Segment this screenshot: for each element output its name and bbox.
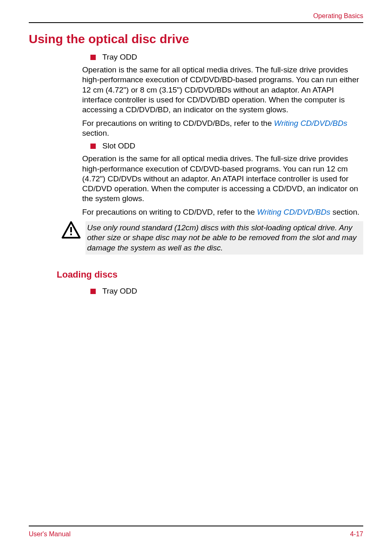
writing-cd-dvd-bds-link[interactable]: Writing CD/DVD/BDs [274,119,347,127]
bullet-text: Tray ODD [102,53,137,62]
list-item: Slot ODD [90,141,363,151]
page-footer: User's Manual 4-17 [29,526,363,538]
warning-icon [62,221,81,239]
paragraph: For precautions on writing to CD/DVD/BDs… [82,118,363,139]
bullet-text: Tray ODD [102,287,137,296]
header-title: Operating Basics [29,12,363,20]
paragraph: Operation is the same for all optical me… [82,65,363,115]
warning-text: Use only round standard (12cm) discs wit… [85,221,363,255]
svg-rect-2 [70,234,72,235]
bullet-text: Slot ODD [102,141,135,151]
section-heading: Using the optical disc drive [29,32,363,46]
list-item: Tray ODD [90,53,363,62]
list-item: Tray ODD [90,287,363,296]
bullet-icon [90,144,96,149]
text-span: For precautions on writing to CD/DVD, re… [82,208,257,216]
paragraph: Operation is the same for all optical me… [82,154,363,204]
text-span: section. [330,208,360,216]
svg-rect-1 [70,227,72,232]
footer-page-number: 4-17 [350,531,363,538]
header-rule [29,22,363,23]
footer-rule [29,526,363,526]
bullet-icon [90,289,96,294]
writing-cd-dvd-bds-link[interactable]: Writing CD/DVD/BDs [257,208,330,216]
text-span: For precautions on writing to CD/DVD/BDs… [82,119,274,127]
footer-manual-label: User's Manual [29,531,71,538]
subsection-heading: Loading discs [57,269,363,280]
text-span: section. [82,129,109,137]
warning-note: Use only round standard (12cm) discs wit… [62,221,363,255]
paragraph: For precautions on writing to CD/DVD, re… [82,207,363,217]
bullet-icon [90,55,96,60]
